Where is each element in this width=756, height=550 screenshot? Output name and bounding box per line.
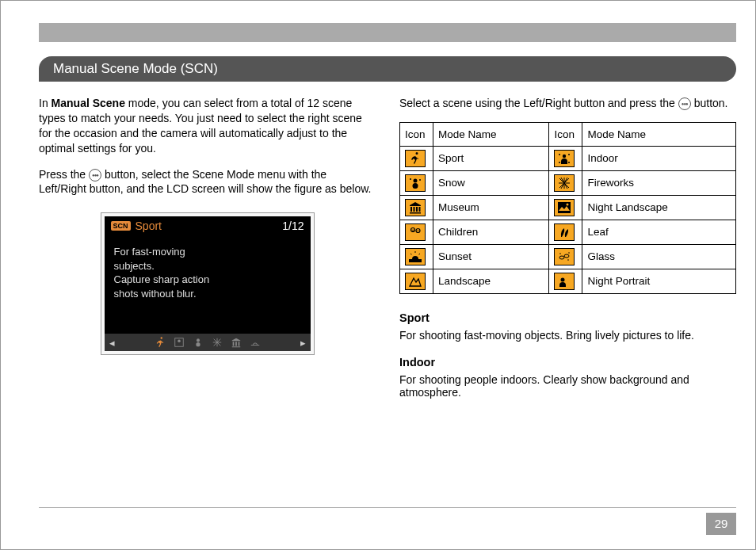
svg-point-42 — [560, 253, 562, 254]
table-row: Snow Fireworks — [400, 170, 736, 195]
mode-name-cell: Indoor — [582, 146, 736, 170]
lcd-mode-name: Sport — [136, 220, 162, 232]
indoor-thumb-icon — [174, 337, 185, 348]
svg-rect-24 — [414, 207, 415, 212]
indoor-icon — [554, 150, 575, 167]
mode-name-cell: Glass — [582, 244, 736, 269]
night-landscape-icon — [554, 199, 575, 216]
table-row: Sunset Glass — [400, 244, 736, 269]
th-icon: Icon — [549, 122, 582, 146]
mode-name-cell: Night Landscape — [582, 195, 736, 220]
svg-rect-25 — [416, 207, 418, 212]
mode-name-cell: Children — [433, 220, 549, 244]
svg-point-16 — [419, 179, 421, 181]
sunset-thumb-icon — [250, 337, 261, 348]
svg-point-29 — [567, 203, 569, 205]
scene-mode-table: Icon Mode Name Icon Mode Name Sport Indo… — [399, 122, 736, 294]
svg-point-31 — [411, 229, 412, 230]
snow-icon — [405, 174, 426, 192]
svg-point-43 — [568, 259, 570, 261]
mode-name-cell: Sunset — [433, 244, 549, 269]
chevron-right-icon: ▸ — [300, 337, 306, 349]
svg-point-45 — [561, 277, 565, 281]
content-area: Manual Scene Mode (SCN) In Manual Scene … — [39, 56, 736, 505]
footer-divider — [39, 507, 736, 508]
sport-desc-text: For shooting fast-moving objects. Bring … — [399, 329, 736, 342]
svg-point-44 — [569, 252, 571, 254]
sport-description: Sport For shooting fast-moving objects. … — [399, 311, 736, 342]
header-bar — [39, 23, 736, 42]
section-title: Manual Scene Mode (SCN) — [39, 56, 736, 82]
svg-point-33 — [416, 228, 420, 232]
func-button-icon — [89, 169, 101, 181]
table-row: Sport Indoor — [400, 146, 736, 170]
mode-name-cell: Landscape — [433, 269, 549, 293]
table-row: Landscape Night Portrait — [400, 269, 736, 293]
svg-point-1 — [178, 340, 181, 343]
landscape-icon — [405, 273, 426, 290]
svg-point-14 — [413, 183, 418, 189]
museum-thumb-icon — [231, 337, 242, 348]
svg-line-39 — [419, 254, 421, 254]
glass-icon — [554, 248, 575, 265]
chevron-left-icon: ◂ — [109, 337, 115, 349]
svg-rect-26 — [419, 207, 421, 212]
th-mode: Mode Name — [582, 122, 736, 146]
svg-point-12 — [568, 162, 570, 163]
svg-point-9 — [559, 154, 560, 155]
mode-name-cell: Sport — [433, 146, 549, 170]
right-column: Select a scene using the Left/Right butt… — [399, 96, 736, 413]
table-row: Children Leaf — [400, 220, 736, 244]
svg-point-8 — [563, 155, 566, 158]
mode-name-cell: Fireworks — [582, 170, 736, 195]
night-portrait-icon — [554, 273, 575, 290]
svg-point-15 — [410, 178, 411, 180]
lcd-screen: SCN Sport 1/12 For fast-moving subjects.… — [105, 216, 311, 351]
indoor-desc-text: For shooting people indoors. Clearly sho… — [399, 373, 736, 399]
lcd-icon-row — [155, 337, 261, 348]
text: Press the — [39, 168, 89, 181]
intro-paragraph: In Manual Scene mode, you can select fro… — [39, 96, 376, 156]
svg-point-40 — [559, 256, 564, 259]
sport-thumb-icon — [155, 337, 166, 348]
svg-rect-36 — [409, 259, 422, 262]
svg-rect-23 — [410, 207, 412, 212]
svg-point-34 — [417, 230, 418, 231]
mode-name-cell: Museum — [433, 195, 549, 220]
lcd-topbar: SCN Sport 1/12 — [105, 216, 311, 235]
text: button. — [691, 97, 728, 109]
svg-line-38 — [410, 254, 412, 254]
svg-point-32 — [413, 229, 414, 230]
fireworks-thumb-icon — [212, 337, 223, 348]
svg-point-13 — [414, 178, 418, 182]
manual-page: Manual Scene Mode (SCN) In Manual Scene … — [0, 0, 756, 550]
intro-bold: Manual Scene — [52, 97, 125, 109]
mode-name-cell: Leaf — [582, 220, 736, 244]
two-column-layout: In Manual Scene mode, you can select fro… — [39, 96, 736, 413]
leaf-icon — [554, 223, 575, 241]
lcd-figure: SCN Sport 1/12 For fast-moving subjects.… — [101, 212, 315, 355]
sport-subhead: Sport — [399, 311, 736, 324]
snow-thumb-icon — [193, 337, 204, 348]
lcd-description: For fast-moving subjects. Capture sharp … — [105, 235, 311, 310]
mode-name-cell: Snow — [433, 170, 549, 195]
fireworks-icon — [554, 174, 575, 192]
press-paragraph: Press the button, select the Scene Mode … — [39, 167, 376, 197]
th-mode: Mode Name — [433, 122, 549, 146]
svg-rect-27 — [410, 212, 421, 214]
svg-point-2 — [196, 339, 199, 342]
page-number: 29 — [706, 513, 736, 535]
table-header-row: Icon Mode Name Icon Mode Name — [400, 122, 736, 146]
svg-point-11 — [559, 162, 560, 163]
svg-point-3 — [196, 342, 200, 346]
func-ok-button-icon — [678, 97, 691, 110]
indoor-subhead: Indoor — [399, 356, 736, 369]
text: In — [39, 97, 52, 109]
indoor-description: Indoor For shooting people indoors. Clea… — [399, 356, 736, 399]
table-row: Museum Night Landscape — [400, 195, 736, 220]
lcd-scn-badge: SCN — [111, 221, 131, 231]
sunset-icon — [405, 248, 426, 265]
lcd-counter: 1/12 — [282, 220, 304, 232]
th-icon: Icon — [400, 122, 433, 146]
museum-icon — [405, 199, 426, 216]
